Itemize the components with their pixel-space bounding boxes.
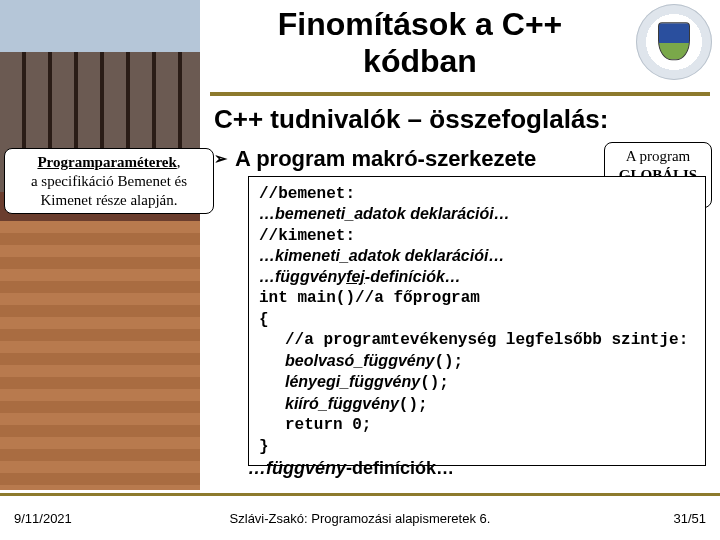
callout-left-bold: Programparaméterek: [37, 154, 176, 170]
title-line-2: kódban: [363, 43, 477, 79]
code-l11a: kiíró_függvény: [285, 395, 399, 412]
after-code-line: …függvény-definíciók…: [248, 458, 454, 479]
code-l6b: //a főprogram: [355, 289, 480, 307]
footer-center: Szlávi-Zsakó: Programozási alapismeretek…: [0, 511, 720, 526]
slide: Finomítások a C++ kódban C++ tudnivalók …: [0, 0, 720, 540]
title-underline: [210, 92, 710, 96]
footer-page: 31/51: [673, 511, 706, 526]
bullet-arrow-icon: ➢: [214, 150, 227, 167]
decorative-photo-strip: [0, 0, 200, 490]
subtitle: C++ tudnivalók – összefoglalás:: [214, 104, 710, 135]
after-code-b: -definíciók…: [346, 458, 454, 478]
code-l2: …bemeneti_adatok deklarációi…: [259, 205, 510, 222]
callout-left-line3: Kimenet része alapján.: [40, 192, 177, 208]
callout-left-comma: ,: [177, 154, 181, 170]
code-l12: return 0;: [259, 415, 695, 435]
after-code-a: …függvény: [248, 458, 346, 478]
code-l4: …kimeneti_adatok deklarációi…: [259, 247, 504, 264]
code-l5c: -definíciók…: [365, 268, 461, 285]
code-l9b: ();: [434, 353, 463, 371]
code-l13: }: [259, 438, 269, 456]
code-l5b: fej: [346, 268, 365, 285]
code-l6a: int main(): [259, 289, 355, 307]
footer: 9/11/2021 Szlávi-Zsakó: Programozási ala…: [0, 496, 720, 540]
shield-icon: [658, 22, 690, 60]
callout-left: Programparaméterek, a specifikáció Bemen…: [4, 148, 214, 214]
code-l9a: beolvasó_függvény: [285, 352, 434, 369]
code-l8: //a programtevékenység legfelsőbb szintj…: [259, 330, 695, 350]
slide-title: Finomítások a C++ kódban: [210, 6, 630, 80]
bullet-text: A program makró-szerkezete: [235, 146, 536, 171]
code-l10a: lényegi_függvény: [285, 373, 420, 390]
code-l5a: …függvény: [259, 268, 346, 285]
code-l10b: ();: [420, 374, 449, 392]
bullet-line: ➢A program makró-szerkezete: [214, 146, 536, 172]
code-l7: {: [259, 311, 269, 329]
university-crest-icon: [636, 4, 712, 80]
code-l1: //bemenet:: [259, 185, 355, 203]
code-l3: //kimenet:: [259, 227, 355, 245]
code-box: //bemenet: …bemeneti_adatok deklarációi……: [248, 176, 706, 466]
code-l11b: ();: [399, 396, 428, 414]
callout-left-line2: a specifikáció Bemenet és: [31, 173, 187, 189]
callout-right-line1: A program: [626, 148, 691, 164]
title-line-1: Finomítások a C++: [278, 6, 563, 42]
